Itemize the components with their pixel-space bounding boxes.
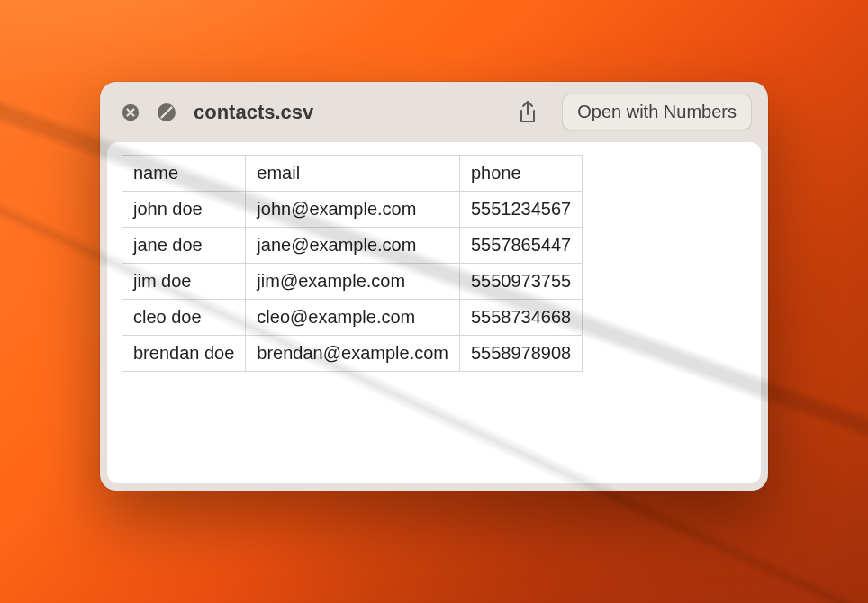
table-cell: brendan@example.com bbox=[246, 336, 460, 372]
content-area: nameemailphonejohn doejohn@example.com55… bbox=[107, 142, 761, 483]
table-row: john doejohn@example.com5551234567 bbox=[122, 192, 583, 228]
table-cell: jane@example.com bbox=[246, 228, 460, 264]
table-header-cell: name bbox=[122, 156, 246, 192]
table-cell: cleo doe bbox=[122, 300, 246, 336]
table-cell: jim doe bbox=[122, 264, 246, 300]
table-cell: 5558978908 bbox=[459, 336, 582, 372]
titlebar: contacts.csv Open with Numbers bbox=[100, 82, 768, 142]
csv-table: nameemailphonejohn doejohn@example.com55… bbox=[122, 155, 583, 372]
quicklook-window: contacts.csv Open with Numbers nameemail… bbox=[100, 82, 768, 490]
table-cell: john doe bbox=[122, 192, 246, 228]
table-row: jane doejane@example.com5557865447 bbox=[122, 228, 583, 264]
table-cell: john@example.com bbox=[246, 192, 460, 228]
prohibit-icon bbox=[154, 100, 179, 125]
table-cell: 5557865447 bbox=[459, 228, 582, 264]
table-row: nameemailphone bbox=[122, 156, 583, 192]
table-cell: 5551234567 bbox=[459, 192, 582, 228]
close-icon[interactable] bbox=[118, 100, 143, 125]
table-row: jim doejim@example.com5550973755 bbox=[122, 264, 583, 300]
table-row: brendan doebrendan@example.com5558978908 bbox=[122, 336, 583, 372]
table-cell: 5558734668 bbox=[459, 300, 582, 336]
table-row: cleo doecleo@example.com5558734668 bbox=[122, 300, 583, 336]
window-title: contacts.csv bbox=[194, 101, 313, 124]
table-cell: jane doe bbox=[122, 228, 246, 264]
table-cell: brendan doe bbox=[122, 336, 246, 372]
table-cell: jim@example.com bbox=[246, 264, 460, 300]
table-cell: cleo@example.com bbox=[246, 300, 460, 336]
open-with-button[interactable]: Open with Numbers bbox=[562, 94, 752, 130]
table-header-cell: phone bbox=[459, 156, 582, 192]
table-cell: 5550973755 bbox=[459, 264, 582, 300]
share-button[interactable] bbox=[510, 94, 546, 130]
table-header-cell: email bbox=[246, 156, 460, 192]
